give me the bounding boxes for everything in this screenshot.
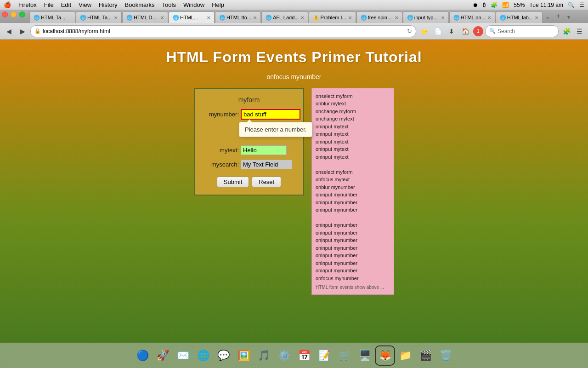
tab-close-2[interactable]: ✕ [114, 15, 118, 20]
event-log-entry: onblur mynumber [316, 184, 390, 191]
tab-8[interactable]: 🌐 free spin... ✕ [356, 12, 402, 23]
tab-favicon-1: 🌐 [34, 15, 39, 20]
forward-button[interactable]: ▶ [17, 25, 28, 37]
tab-label-9: input typ... [414, 15, 439, 20]
apple-menu[interactable]: 🍎 [4, 1, 11, 8]
tab-close-11[interactable]: ✕ [535, 15, 538, 20]
tab-favicon-2: 🌐 [80, 15, 85, 20]
search-icon[interactable]: 🔍 [568, 2, 575, 8]
event-log-entry: oninput mynumber [316, 252, 390, 259]
tab-label-10: HTML on... [461, 15, 486, 20]
tab-5[interactable]: 🌐 HTML tfo... ✕ [215, 12, 261, 23]
label-mynumber: mynumber: [202, 111, 239, 118]
page-content: HTML Form Events Primer Tutorial onfocus… [0, 40, 588, 343]
download-button[interactable]: ⬇ [446, 25, 458, 37]
menu-edit[interactable]: Edit [61, 1, 71, 8]
tab-1[interactable]: 🌐 HTML Ta... [29, 12, 75, 23]
menu-view[interactable]: View [79, 1, 91, 8]
tab-10[interactable]: 🌐 HTML on... ✕ [449, 12, 495, 23]
search-bar[interactable]: 🔍 [485, 25, 559, 37]
tab-2[interactable]: 🌐 HTML Ta... ✕ [76, 12, 122, 23]
minimize-button[interactable] [11, 12, 17, 17]
close-button[interactable] [2, 12, 8, 17]
event-log-entry: onfocus mytext [316, 176, 390, 184]
tab-close-5[interactable]: ✕ [253, 15, 257, 20]
event-log-entry: oninput mytext [316, 138, 390, 146]
form-buttons: Submit Reset [202, 177, 296, 187]
event-log-entry: onchange myform [316, 108, 390, 115]
mytext-input[interactable] [241, 145, 287, 155]
tab-label-8: free spin... [368, 15, 393, 20]
extensions-button[interactable]: 🧩 [560, 25, 572, 37]
overflow-menu-button[interactable]: ☰ [573, 25, 585, 37]
menu-bookmarks[interactable]: Bookmarks [125, 1, 155, 8]
tab-label-4: HTML... [180, 15, 205, 20]
url-bar[interactable]: 🔒 ↻ [30, 25, 416, 37]
mysearch-input[interactable] [241, 160, 292, 169]
list-icon[interactable]: ☰ [579, 2, 584, 8]
event-log-entry: onblur mytext [316, 100, 390, 108]
search-input[interactable] [498, 28, 566, 34]
event-log-entry: oninput mynumber [316, 199, 390, 207]
tab-label-2: HTML Ta... [87, 15, 112, 20]
reload-button[interactable]: ↻ [407, 28, 412, 34]
menu-history[interactable]: History [99, 1, 117, 8]
menu-help[interactable]: Help [212, 1, 224, 8]
event-log-entry: oninput mynumber [316, 259, 390, 267]
tab-overflow[interactable]: » [543, 12, 552, 23]
tab-6[interactable]: 🌐 AFL Ladd... ✕ [261, 12, 308, 23]
tab-close-4[interactable]: ✕ [207, 15, 210, 20]
tab-4-active[interactable]: 🌐 HTML... ✕ [169, 12, 215, 23]
menu-bar: 🍎 Firefox File Edit View History Bookmar… [0, 0, 588, 10]
form-row-mysearch: mysearch: [202, 160, 296, 169]
event-log-entry: oninput mynumber [316, 206, 390, 214]
menu-window[interactable]: Window [183, 1, 204, 8]
record-icon: ⏺ [473, 2, 478, 8]
event-log[interactable]: onfocus mynumberoninvalid mynumber oncha… [311, 88, 394, 295]
new-tab-button[interactable]: + [553, 12, 564, 21]
submit-button[interactable]: Submit [217, 177, 249, 187]
tab-7[interactable]: ⚠️ Problem I... ✕ [309, 12, 356, 23]
tab-favicon-5: 🌐 [219, 15, 225, 20]
maximize-button[interactable] [19, 12, 25, 17]
tab-close-3[interactable]: ✕ [160, 15, 164, 20]
tab-close-8[interactable]: ✕ [395, 15, 398, 20]
event-log-entry: oninput mynumber [316, 221, 390, 229]
menu-file[interactable]: File [44, 1, 54, 8]
event-log-entry: oninput mytext [316, 153, 390, 161]
tab-close-7[interactable]: ✕ [348, 15, 352, 20]
tab-bar: 🌐 HTML Ta... 🌐 HTML Ta... ✕ 🌐 HTML D... … [0, 10, 588, 23]
tab-close-6[interactable]: ✕ [300, 15, 304, 20]
clock: Tue 11:19 am [529, 2, 563, 8]
mynumber-input[interactable] [241, 109, 300, 120]
url-input[interactable] [43, 28, 405, 34]
tab-9[interactable]: 🌐 input typ... ✕ [403, 12, 449, 23]
bitcoin-icon: ₿ [483, 2, 486, 8]
main-area: myform mynumber: Please enter a number. … [9, 88, 579, 295]
back-button[interactable]: ◀ [3, 25, 15, 37]
tab-close-10[interactable]: ✕ [487, 15, 491, 20]
tab-11[interactable]: 🌐 HTML lab... ✕ [496, 12, 543, 23]
event-log-entry [316, 88, 390, 92]
page-title: HTML Form Events Primer Tutorial [166, 49, 422, 66]
tab-3[interactable]: 🌐 HTML D... ✕ [122, 12, 168, 23]
tab-favicon-3: 🌐 [126, 15, 132, 20]
tab-label-5: HTML tfo... [226, 15, 251, 20]
tab-favicon-6: 🌐 [266, 15, 271, 20]
home-button[interactable]: 🏠 [459, 25, 471, 37]
reset-button[interactable]: Reset [252, 177, 281, 187]
bookmark-button[interactable]: ⭐ [418, 25, 430, 37]
tab-label-6: AFL Ladd... [273, 15, 299, 20]
firefox-account-button[interactable]: 1 [473, 26, 483, 36]
tab-label-7: Problem I... [320, 15, 346, 20]
menu-bar-right: ⏺ ₿ 🧩 📶 55% Tue 11:19 am 🔍 ☰ [473, 2, 584, 8]
tab-close-9[interactable]: ✕ [441, 15, 445, 20]
event-log-entry: onfocus mynumber [316, 275, 390, 282]
menu-firefox[interactable]: Firefox [18, 1, 37, 8]
validation-message: Please enter a number. [245, 126, 306, 133]
menu-tools[interactable]: Tools [162, 1, 176, 8]
reader-view-button[interactable]: 📄 [432, 25, 444, 37]
tab-list-button[interactable]: ▾ [564, 12, 573, 23]
tab-favicon-4: 🌐 [173, 15, 178, 20]
extension-icon: 🧩 [491, 2, 498, 8]
